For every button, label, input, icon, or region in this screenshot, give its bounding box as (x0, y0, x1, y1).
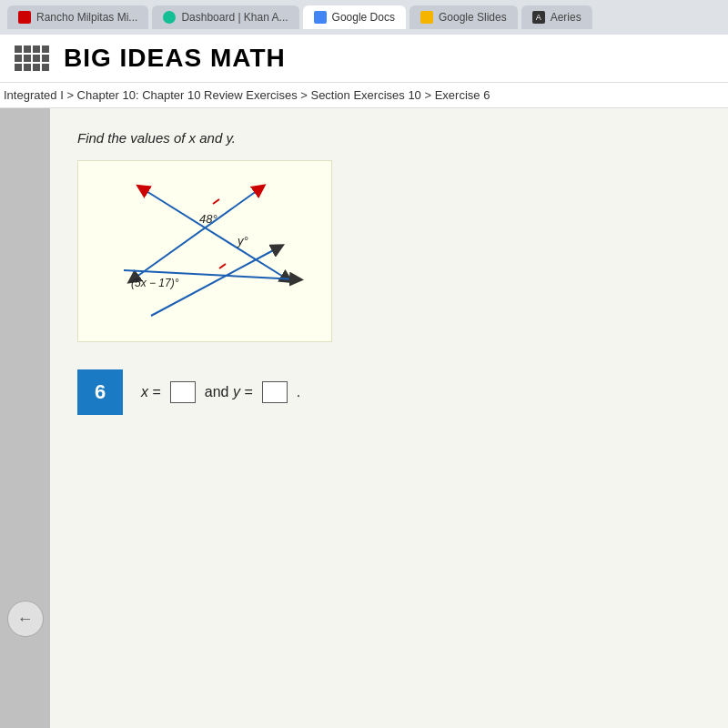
tab-bar: Rancho Milpitas Mi... Dashboard | Khan A… (0, 0, 728, 35)
breadcrumb-text: Integrated I > Chapter 10: Chapter 10 Re… (4, 88, 490, 102)
tab-rancho[interactable]: Rancho Milpitas Mi... (7, 5, 148, 29)
answer-text: x = and y = . (141, 381, 300, 403)
main-area: BIG IDEAS MATH Integrated I > Chapter 10… (0, 35, 728, 728)
back-icon: ← (17, 610, 34, 629)
back-button[interactable]: ← (7, 601, 44, 637)
tab-docs-label: Google Docs (332, 11, 395, 24)
tab-docs[interactable]: Google Docs (303, 5, 406, 29)
angle-y-label: y° (237, 234, 248, 248)
tab-slides[interactable]: Google Slides (410, 5, 518, 29)
tab-slides-label: Google Slides (439, 11, 507, 24)
tab-aeries-label: Aeries (551, 11, 581, 24)
tab-khan[interactable]: Dashboard | Khan A... (152, 5, 298, 29)
answer-x-prefix: x = (141, 384, 161, 400)
breadcrumb: Integrated I > Chapter 10: Chapter 10 Re… (0, 83, 728, 108)
answer-period: . (297, 384, 300, 400)
tick-1 (213, 199, 219, 204)
angle-48-label: 48° (199, 212, 217, 226)
tab-rancho-label: Rancho Milpitas Mi... (36, 11, 137, 24)
answer-row: 6 x = and y = . (77, 369, 701, 415)
tab-aeries[interactable]: A Aeries (521, 5, 592, 29)
khan-favicon (163, 11, 176, 24)
bim-header: BIG IDEAS MATH (0, 35, 728, 83)
rancho-favicon (18, 11, 31, 24)
content-wrapper: ← Find the values of x and y. (0, 108, 728, 728)
bim-grid-icon (15, 46, 49, 71)
diagram-container: 48° y° (5x − 17)° (77, 160, 332, 342)
aeries-favicon: A (532, 11, 545, 24)
left-strip: ← (0, 108, 50, 728)
exercise-number: 6 (95, 380, 106, 404)
exercise-area: Find the values of x and y. (50, 108, 728, 728)
tab-khan-label: Dashboard | Khan A... (181, 11, 288, 24)
problem-instruction: Find the values of x and y. (77, 130, 701, 146)
angle-5x-label: (5x − 17)° (131, 277, 179, 289)
answer-x-input[interactable] (170, 381, 196, 403)
geometry-diagram: 48° y° (5x − 17)° (78, 161, 333, 343)
tick-2 (219, 264, 226, 268)
docs-favicon (314, 11, 327, 24)
answer-and: and y = (205, 384, 253, 400)
slides-favicon (420, 11, 433, 24)
answer-y-input[interactable] (262, 381, 288, 403)
exercise-number-box: 6 (77, 369, 123, 415)
bim-title: BIG IDEAS MATH (64, 44, 286, 73)
